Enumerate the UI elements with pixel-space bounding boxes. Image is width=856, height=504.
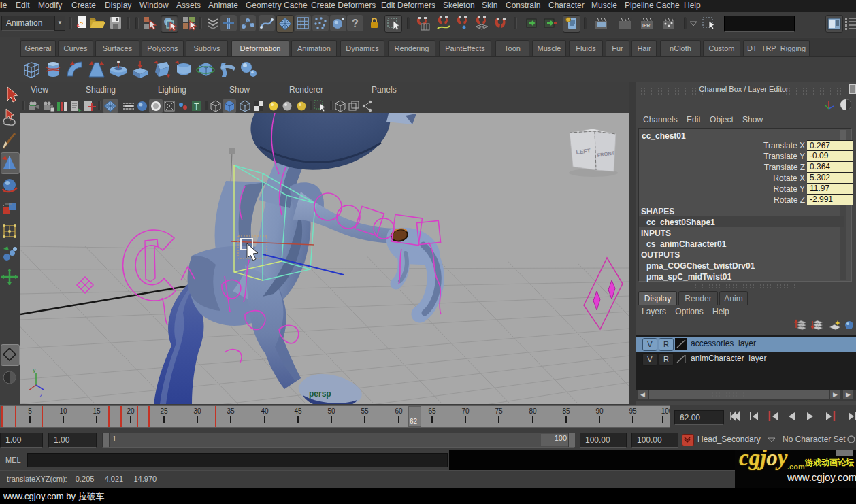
svg-text:y: y <box>33 367 36 373</box>
svg-text:T: T <box>194 102 199 112</box>
svg-text:persp: persp <box>309 389 331 399</box>
svg-text:z: z <box>39 392 43 399</box>
svg-text:?: ? <box>352 18 359 29</box>
svg-text:IPR: IPR <box>642 23 651 28</box>
